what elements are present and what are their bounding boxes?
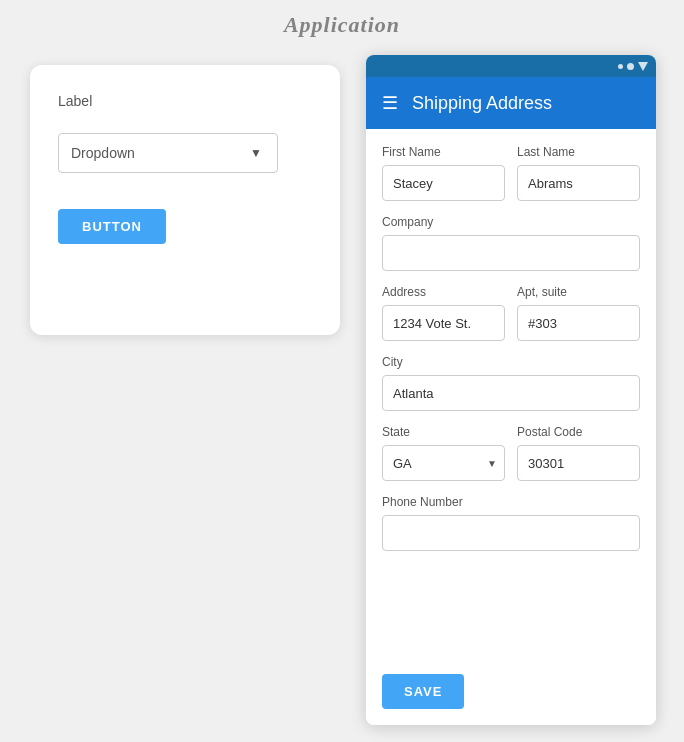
city-row: City — [382, 355, 640, 411]
state-label: State — [382, 425, 505, 439]
right-panel: ☰ Shipping Address First Name Last Name … — [366, 55, 656, 725]
company-group: Company — [382, 215, 640, 271]
company-label: Company — [382, 215, 640, 229]
card-label: Label — [58, 93, 312, 109]
phone-group: Phone Number — [382, 495, 640, 551]
form-content: First Name Last Name Company Address Apt… — [366, 129, 656, 662]
city-input[interactable] — [382, 375, 640, 411]
company-input[interactable] — [382, 235, 640, 271]
menu-icon[interactable]: ☰ — [382, 92, 398, 114]
apt-suite-group: Apt, suite — [517, 285, 640, 341]
state-select-wrapper: GA AL FL NC SC TN ▼ — [382, 445, 505, 481]
last-name-input[interactable] — [517, 165, 640, 201]
address-row: Address Apt, suite — [382, 285, 640, 341]
address-label: Address — [382, 285, 505, 299]
state-postal-row: State GA AL FL NC SC TN ▼ Postal Code — [382, 425, 640, 481]
apt-suite-label: Apt, suite — [517, 285, 640, 299]
save-area: SAVE — [366, 662, 656, 725]
name-row: First Name Last Name — [382, 145, 640, 201]
state-select[interactable]: GA AL FL NC SC TN — [382, 445, 505, 481]
left-card: Label Dropdown Option 1 Option 2 ▼ BUTTO… — [30, 65, 340, 335]
first-name-input[interactable] — [382, 165, 505, 201]
save-button[interactable]: SAVE — [382, 674, 464, 709]
status-triangle-icon — [638, 62, 648, 71]
app-title: Application — [284, 12, 400, 38]
address-input[interactable] — [382, 305, 505, 341]
dropdown-select[interactable]: Dropdown Option 1 Option 2 — [58, 133, 278, 173]
city-group: City — [382, 355, 640, 411]
state-group: State GA AL FL NC SC TN ▼ — [382, 425, 505, 481]
last-name-label: Last Name — [517, 145, 640, 159]
apt-suite-input[interactable] — [517, 305, 640, 341]
phone-row: Phone Number — [382, 495, 640, 551]
postal-code-label: Postal Code — [517, 425, 640, 439]
card-button[interactable]: BUTTON — [58, 209, 166, 244]
phone-input[interactable] — [382, 515, 640, 551]
last-name-group: Last Name — [517, 145, 640, 201]
company-row: Company — [382, 215, 640, 271]
city-label: City — [382, 355, 640, 369]
address-group: Address — [382, 285, 505, 341]
status-dot-1 — [618, 64, 623, 69]
first-name-label: First Name — [382, 145, 505, 159]
app-bar: ☰ Shipping Address — [366, 77, 656, 129]
postal-code-group: Postal Code — [517, 425, 640, 481]
app-bar-title: Shipping Address — [412, 93, 552, 114]
status-bar — [366, 55, 656, 77]
postal-code-input[interactable] — [517, 445, 640, 481]
first-name-group: First Name — [382, 145, 505, 201]
dropdown-wrapper: Dropdown Option 1 Option 2 ▼ — [58, 133, 312, 173]
phone-label: Phone Number — [382, 495, 640, 509]
status-dot-2 — [627, 63, 634, 70]
